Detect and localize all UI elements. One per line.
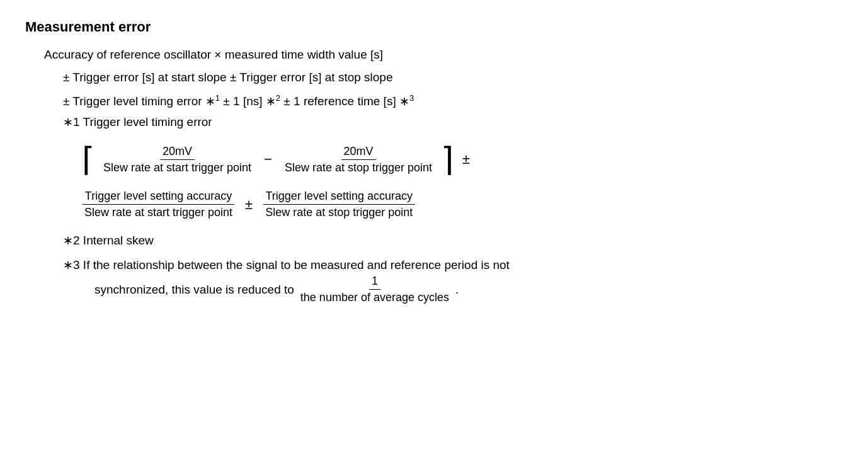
note2-text: Internal skew [80,234,154,247]
second-fraction-block: Trigger level setting accuracy Slew rate… [44,190,843,219]
note1-text: Trigger level timing error [80,115,212,129]
content-area: Accuracy of reference oscillator × measu… [25,48,843,304]
sup2: 2 [276,93,280,103]
note3-fraction-numerator: 1 [369,275,380,290]
note3-prefix: ∗3 [63,258,80,272]
minus-sign: − [264,151,272,168]
fraction1-numerator: 20mV [160,145,195,160]
note1-label: ∗1 Trigger level timing error [44,115,843,129]
asterisk-star2: ∗ [266,94,276,108]
fraction3-numerator: Trigger level setting accuracy [83,190,234,205]
note3: ∗3 If the relationship between the signa… [44,258,843,304]
page-title: Measurement error [25,19,843,35]
plus-minus-after-bracket: ± [462,151,470,168]
line3-end: ± 1 reference time [s] [280,94,399,108]
fraction1-denominator: Slew rate at start trigger point [101,160,254,174]
line3-mid: ± 1 [ns] [220,94,266,108]
note2-prefix: ∗2 [63,234,80,247]
note3-line2: synchronized, this value is reduced to 1… [63,275,843,304]
fraction2-denominator: Slew rate at stop trigger point [282,160,435,174]
note3-line2-text: synchronized, this value is reduced to [94,283,294,297]
fraction1: 20mV Slew rate at start trigger point [101,145,254,174]
note3-period: . [455,283,459,297]
trigger-level-timing-line: ± Trigger level timing error ∗1 ± 1 [ns]… [44,93,843,108]
asterisk-star3: ∗ [399,94,409,108]
fraction2: 20mV Slew rate at stop trigger point [282,145,435,174]
sup1: 1 [215,93,220,103]
note2: ∗2 Internal skew [44,233,843,248]
fraction4-denominator: Slew rate at stop trigger point [263,205,415,219]
line3-prefix: ± Trigger level timing error [63,94,205,108]
fraction4-numerator: Trigger level setting accuracy [263,190,415,205]
sup3: 3 [409,93,414,103]
note3-line1: ∗3 If the relationship between the signa… [63,258,843,272]
fraction4: Trigger level setting accuracy Slew rate… [263,190,415,219]
note1-prefix: ∗1 [63,115,80,129]
note3-fraction: 1 the number of average cycles [298,275,452,304]
note3-fraction-denominator: the number of average cycles [298,290,452,304]
bracket-fraction-block: ⌈ 20mV Slew rate at start trigger point … [44,143,843,176]
trigger-error-line: ± Trigger error [s] at start slope ± Tri… [44,71,843,84]
plus-minus-between-fractions: ± [245,197,253,213]
bracket-left-symbol: ⌈ [82,143,94,176]
bracket-right-symbol: ⌉ [441,143,454,176]
fraction2-numerator: 20mV [341,145,376,160]
fraction3-denominator: Slew rate at start trigger point [82,205,235,219]
note3-text: If the relationship between the signal t… [80,258,510,272]
page-container: Measurement error Accuracy of reference … [25,19,843,304]
accuracy-line: Accuracy of reference oscillator × measu… [44,48,843,62]
fraction3: Trigger level setting accuracy Slew rate… [82,190,235,219]
asterisk-star1: ∗ [205,94,215,108]
